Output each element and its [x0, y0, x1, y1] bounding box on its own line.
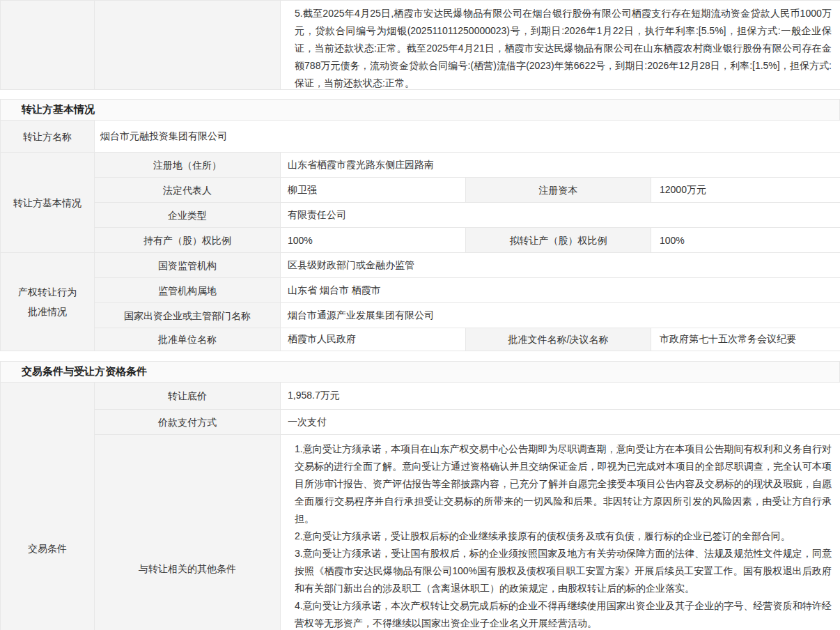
field-label-legal-representative: 法定代表人	[95, 178, 281, 203]
field-label-registered-capital: 注册资本	[466, 178, 651, 203]
field-label-other-conditions: 与转让相关的其他条件	[95, 435, 281, 630]
section-header-conditions: 交易条件与受让方资格条件	[0, 361, 840, 383]
section-header-transferor: 转让方基本情况	[0, 99, 840, 121]
field-label-holding-ratio: 持有产（股）权比例	[95, 228, 281, 253]
loan-note-text: 5.截至2025年4月25日,栖霞市安达民爆物品有限公司在烟台银行股份有限公司栖…	[288, 1, 840, 90]
row-group-label-basic-info: 转让方基本情况	[1, 153, 95, 253]
loan-note-cell: 5.截至2025年4月25日,栖霞市安达民爆物品有限公司在烟台银行股份有限公司栖…	[281, 1, 840, 90]
section-header-conditions-title: 交易条件与受让方资格条件	[22, 365, 147, 378]
field-label-transferor-name: 转让方名称	[1, 121, 95, 153]
field-value-registered-address: 山东省栖霞市霞光路东侧庄园路南	[281, 153, 840, 178]
prior-group-label-cell	[1, 1, 95, 90]
row-group-label-conditions: 交易条件	[1, 383, 95, 630]
field-value-company-type: 有限责任公司	[281, 203, 840, 228]
field-value-sasac-regulator: 区县级财政部门或金融办监管	[281, 253, 840, 278]
field-value-payment-method: 一次支付	[281, 410, 840, 435]
field-label-transfer-ratio: 拟转让产（股）权比例	[466, 228, 651, 253]
field-value-transfer-ratio: 100%	[651, 228, 840, 253]
field-value-approval-doc: 市政府第七十五次常务会议纪要	[651, 328, 840, 351]
section-header-transferor-title: 转让方基本情况	[22, 103, 95, 116]
field-value-state-owner: 烟台市通源产业发展集团有限公司	[281, 303, 840, 328]
conditions-table: 交易条件 转让底价 1,958.7万元 价款支付方式 一次支付 与转让相关的其他…	[0, 383, 840, 630]
field-value-regulator-location: 山东省 烟台市 栖霞市	[281, 278, 840, 303]
field-label-regulator-location: 监管机构属地	[95, 278, 281, 303]
field-label-state-owner: 国家出资企业或主管部门名称	[95, 303, 281, 328]
prior-section-tail-row: 5.截至2025年4月25日,栖霞市安达民爆物品有限公司在烟台银行股份有限公司栖…	[0, 0, 840, 90]
other-conditions-text: 1.意向受让方须承诺，本项目在山东产权交易中心公告期即为尽职调查期，意向受让方在…	[288, 435, 840, 630]
field-label-approval-doc: 批准文件名称/决议名称	[466, 328, 651, 351]
row-group-label-approval-line2: 批准情况	[28, 302, 67, 321]
prior-field-label-cell	[95, 1, 281, 90]
field-value-legal-representative: 柳卫强	[281, 178, 466, 203]
field-label-floor-price: 转让底价	[95, 383, 281, 410]
field-value-transferor-name: 烟台市元融投资集团有限公司	[95, 121, 840, 153]
row-group-label-approval: 产权转让行为 批准情况	[1, 253, 95, 351]
field-value-approver: 栖霞市人民政府	[281, 328, 466, 351]
field-value-floor-price: 1,958.7万元	[281, 383, 840, 410]
field-value-holding-ratio: 100%	[281, 228, 466, 253]
field-label-company-type: 企业类型	[95, 203, 281, 228]
field-label-registered-address: 注册地（住所）	[95, 153, 281, 178]
row-group-label-approval-line1: 产权转让行为	[18, 282, 77, 302]
field-label-sasac-regulator: 国资监管机构	[95, 253, 281, 278]
transferor-table: 转让方名称 烟台市元融投资集团有限公司 转让方基本情况 注册地（住所） 山东省栖…	[0, 121, 840, 351]
field-label-approver: 批准单位名称	[95, 328, 281, 351]
project-detail-page: 5.截至2025年4月25日,栖霞市安达民爆物品有限公司在烟台银行股份有限公司栖…	[0, 0, 840, 630]
field-value-registered-capital: 12000万元	[651, 178, 840, 203]
field-value-other-conditions: 1.意向受让方须承诺，本项目在山东产权交易中心公告期即为尽职调查期，意向受让方在…	[281, 435, 840, 630]
field-label-payment-method: 价款支付方式	[95, 410, 281, 435]
